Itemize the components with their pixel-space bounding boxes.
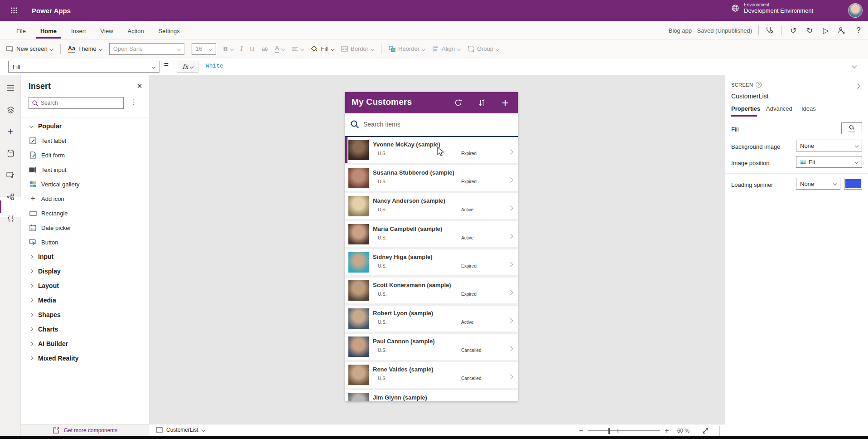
preview-play-icon[interactable]: ▷ [821, 26, 831, 35]
font-color-button[interactable]: A [275, 44, 285, 53]
loading-spinner-color-button[interactable] [844, 178, 862, 190]
section-mixed-reality[interactable]: Mixed Reality [21, 351, 149, 366]
tab-properties[interactable]: Properties [731, 105, 760, 112]
loading-spinner-select[interactable]: None [796, 178, 840, 190]
fx-button[interactable]: fx [177, 61, 198, 73]
underline-button[interactable]: U [250, 45, 255, 53]
redo-icon[interactable]: ↻ [805, 26, 815, 35]
tab-advanced[interactable]: Advanced [766, 105, 792, 112]
font-size-select[interactable]: 16 [192, 43, 216, 55]
customer-row[interactable]: Maria Campbell (sample) U.S. Active [345, 221, 518, 247]
insert-search-input[interactable] [41, 100, 109, 106]
user-avatar[interactable] [848, 3, 863, 18]
menu-settings[interactable]: Settings [154, 22, 184, 39]
zoom-slider[interactable] [588, 430, 660, 431]
customer-row[interactable]: Scott Konersmann (sample) U.S. Expired [345, 278, 518, 303]
italic-button[interactable]: I [241, 45, 243, 53]
reorder-button[interactable]: Reorder [389, 45, 425, 52]
waffle-icon[interactable] [6, 3, 22, 18]
zoom-slider-handle[interactable] [608, 428, 610, 434]
align-button[interactable]: Align [432, 45, 460, 52]
insert-item-text-label[interactable]: Text label [21, 133, 149, 148]
menu-action[interactable]: Action [123, 22, 149, 39]
environment-picker[interactable]: Environment Development Environment [731, 2, 813, 14]
customer-row[interactable]: Rene Valdes (sample) U.S. Cancelled [345, 362, 518, 388]
chevron-right-icon[interactable] [509, 288, 512, 296]
formula-input[interactable]: White [206, 63, 223, 69]
insert-item-add-icon[interactable]: + Add icon [21, 191, 149, 206]
menu-home[interactable]: Home [36, 22, 61, 39]
screen-selector[interactable]: CustomerList [156, 427, 205, 433]
zoom-out-button[interactable]: − [579, 427, 583, 435]
design-canvas[interactable]: My Customers + Search items Yvonne McKay… [149, 75, 725, 424]
text-align-button[interactable] [292, 46, 304, 52]
chevron-right-icon[interactable] [509, 316, 512, 324]
more-options-icon[interactable]: ⋮ [130, 98, 137, 106]
undo-icon[interactable]: ↺ [788, 26, 798, 35]
chevron-right-icon[interactable] [509, 372, 512, 380]
chevron-right-icon[interactable] [509, 204, 512, 212]
sort-icon[interactable] [476, 97, 487, 108]
tree-view-icon[interactable] [0, 101, 21, 119]
app-search-box[interactable]: Search items [345, 113, 518, 137]
tab-ideas[interactable]: Ideas [801, 105, 816, 112]
fit-to-window-icon[interactable] [702, 428, 709, 434]
insert-item-date-picker[interactable]: Date picker [21, 220, 149, 235]
data-sources-icon[interactable] [0, 144, 21, 162]
section-media[interactable]: Media [21, 293, 149, 307]
group-button[interactable]: Group [468, 45, 499, 52]
insert-item-button[interactable]: Button [21, 235, 149, 249]
menu-insert[interactable]: Insert [67, 22, 91, 39]
menu-file[interactable]: File [12, 22, 30, 39]
chevron-right-icon[interactable] [509, 344, 512, 352]
insert-item-edit-form[interactable]: Edit form [21, 148, 149, 162]
insert-item-vertical-gallery[interactable]: Vertical gallery [21, 177, 149, 191]
collapse-panel-icon[interactable] [856, 83, 859, 89]
chevron-right-icon[interactable] [509, 260, 512, 268]
expand-formula-bar-icon[interactable] [852, 63, 857, 68]
strikethrough-button[interactable]: ab [262, 46, 268, 52]
background-image-select[interactable]: None [796, 140, 862, 151]
advanced-tools-icon[interactable] [0, 210, 21, 228]
image-position-select[interactable]: Fit [796, 156, 862, 168]
customer-row[interactable]: Paul Cannon (sample) U.S. Cancelled [345, 334, 518, 360]
popular-section-header[interactable]: Popular [21, 119, 149, 133]
customer-row[interactable]: Nancy Anderson (sample) U.S. Active [345, 193, 518, 219]
chevron-right-icon[interactable] [509, 400, 512, 401]
insert-item-rectangle[interactable]: Rectangle [21, 206, 149, 220]
border-button[interactable]: Border [341, 45, 374, 52]
refresh-icon[interactable] [452, 97, 464, 108]
help-circle-icon[interactable]: ? [756, 82, 762, 88]
chevron-right-icon[interactable] [509, 232, 512, 240]
section-ai-builder[interactable]: AI Builder [21, 337, 149, 351]
help-icon[interactable]: ? [854, 26, 863, 35]
theme-button[interactable]: Aa Theme [68, 45, 102, 53]
property-selector[interactable]: Fill [8, 61, 159, 73]
zoom-in-button[interactable]: + [665, 427, 669, 435]
customer-row[interactable]: Yvonne McKay (sample) U.S. Expired [345, 137, 518, 163]
section-layout[interactable]: Layout [21, 278, 149, 293]
bold-button[interactable]: B [223, 45, 233, 53]
customer-row[interactable]: Sidney Higa (sample) U.S. Expired [345, 249, 518, 275]
insert-icon[interactable]: + [0, 122, 21, 141]
section-charts[interactable]: Charts [21, 322, 149, 337]
get-more-components-button[interactable]: Get more components [21, 424, 149, 436]
new-screen-button[interactable]: New screen [6, 45, 53, 52]
app-preview-screen[interactable]: My Customers + Search items Yvonne McKay… [345, 92, 518, 401]
chevron-right-icon[interactable] [509, 147, 512, 156]
section-input[interactable]: Input [21, 249, 149, 264]
insert-item-text-input[interactable]: Text input [21, 162, 149, 177]
customer-row[interactable]: Susanna Stubberod (sample) U.S. Expired [345, 165, 518, 191]
font-family-select[interactable]: Open Sans [109, 43, 184, 55]
collapse-menu-icon[interactable] [0, 79, 21, 97]
power-automate-icon[interactable] [0, 188, 21, 206]
customer-row[interactable]: Jim Glynn (sample) U.S. [345, 390, 518, 401]
section-display[interactable]: Display [21, 264, 149, 278]
insert-search-box[interactable] [29, 97, 124, 109]
section-shapes[interactable]: Shapes [21, 307, 149, 322]
media-icon[interactable] [0, 166, 21, 184]
chevron-right-icon[interactable] [509, 176, 512, 184]
add-item-icon[interactable]: + [499, 97, 511, 108]
menu-view[interactable]: View [96, 22, 118, 39]
share-icon[interactable] [837, 26, 847, 34]
